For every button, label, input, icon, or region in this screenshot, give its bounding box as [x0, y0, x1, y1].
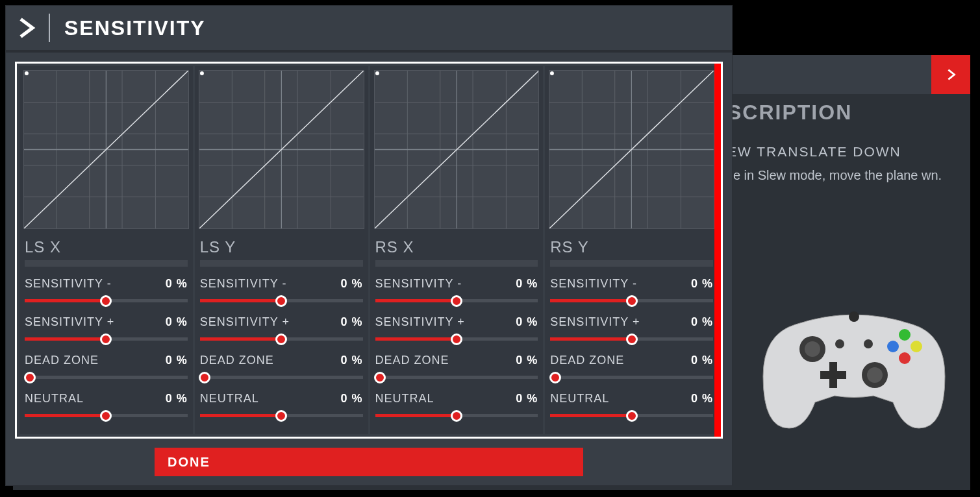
slider-value: 0 %: [691, 354, 713, 367]
slider-value: 0 %: [166, 354, 188, 367]
axis-label: LS Y: [200, 238, 363, 256]
slider-label: DEAD ZONE: [550, 354, 624, 367]
slider-value: 0 %: [166, 315, 188, 329]
slider-label: NEUTRAL: [550, 392, 609, 406]
slider-value: 0 %: [166, 392, 188, 406]
chevron-right-icon: [944, 67, 958, 82]
slider-value: 0 %: [340, 354, 362, 367]
neutral-slider[interactable]: [550, 409, 713, 422]
svg-point-0: [849, 311, 859, 322]
svg-point-24: [25, 71, 29, 75]
sensitivity-minus-slider[interactable]: [375, 295, 538, 308]
slider-label: SENSITIVITY -: [200, 277, 287, 291]
axis-card-lsy: LS Y SENSITIVITY -0 % SENSITIVITY +0 % D…: [195, 66, 368, 434]
slider-label: DEAD ZONE: [200, 354, 274, 367]
axis-cards-container: LS X SENSITIVITY -0 % SENSITIVITY +0 % D…: [15, 62, 723, 439]
slider-value: 0 %: [516, 392, 538, 406]
axis-position-bar: [25, 260, 188, 267]
svg-point-4: [867, 367, 883, 383]
slider-label: SENSITIVITY +: [550, 315, 640, 329]
deadzone-slider[interactable]: [200, 371, 363, 384]
axis-card-lsx: LS X SENSITIVITY -0 % SENSITIVITY +0 % D…: [19, 66, 193, 434]
slider-value: 0 %: [516, 277, 538, 291]
slider-value: 0 %: [340, 277, 362, 291]
slider-label: NEUTRAL: [200, 392, 259, 406]
response-curve-graph: [199, 70, 364, 229]
sensitivity-plus-slider[interactable]: [200, 333, 363, 346]
svg-point-48: [375, 71, 379, 75]
description-body: ile in Slew mode, move the plane wn.: [727, 166, 964, 184]
response-curve-graph: [23, 70, 189, 229]
axis-card-rsx: RS X SENSITIVITY -0 % SENSITIVITY +0 % D…: [370, 66, 544, 434]
modal-title: SENSITIVITY: [64, 16, 206, 40]
slider-label: SENSITIVITY -: [550, 277, 637, 291]
slider-value: 0 %: [340, 315, 362, 329]
sensitivity-modal: SENSITIVITY LS X SENSITIVITY -0 % SENSIT…: [5, 5, 733, 486]
done-button-label: DONE: [168, 455, 210, 470]
sensitivity-plus-slider[interactable]: [25, 333, 188, 346]
svg-point-60: [550, 71, 554, 75]
svg-point-9: [887, 341, 899, 352]
slider-label: DEAD ZONE: [375, 354, 449, 367]
sensitivity-plus-slider[interactable]: [375, 333, 538, 346]
svg-point-11: [835, 339, 844, 348]
slider-label: SENSITIVITY +: [25, 315, 114, 329]
svg-point-12: [864, 339, 873, 348]
description-panel: SCRIPTION EW TRANSLATE DOWN ile in Slew …: [727, 101, 964, 184]
header-separator: [49, 14, 50, 42]
response-curve-graph: [374, 70, 540, 229]
neutral-slider[interactable]: [200, 409, 363, 422]
axis-label: RS Y: [550, 238, 713, 256]
slider-label: SENSITIVITY -: [25, 277, 112, 291]
sensitivity-plus-slider[interactable]: [550, 333, 713, 346]
neutral-slider[interactable]: [375, 409, 538, 422]
slider-label: NEUTRAL: [25, 392, 84, 406]
svg-point-8: [911, 341, 922, 352]
neutral-slider[interactable]: [25, 409, 188, 422]
slider-value: 0 %: [340, 392, 362, 406]
response-curve-graph: [549, 70, 714, 229]
chevron-right-icon: [15, 16, 38, 40]
description-heading: SCRIPTION: [727, 101, 964, 125]
sensitivity-minus-slider[interactable]: [550, 295, 713, 308]
axis-position-bar: [375, 260, 538, 267]
deadzone-slider[interactable]: [25, 371, 188, 384]
slider-value: 0 %: [691, 315, 713, 329]
modal-header: SENSITIVITY: [6, 6, 732, 53]
axis-card-rsy: RS Y SENSITIVITY -0 % SENSITIVITY +0 % D…: [545, 66, 718, 434]
axis-label: RS X: [375, 238, 538, 256]
sensitivity-minus-slider[interactable]: [25, 295, 188, 308]
slider-label: NEUTRAL: [375, 392, 434, 406]
axis-label: LS X: [25, 238, 188, 256]
svg-rect-6: [820, 371, 846, 379]
slider-label: SENSITIVITY +: [375, 315, 465, 329]
svg-point-36: [200, 71, 204, 75]
sensitivity-minus-slider[interactable]: [200, 295, 363, 308]
svg-point-10: [899, 329, 911, 341]
svg-point-7: [899, 352, 911, 364]
slider-label: DEAD ZONE: [25, 354, 99, 367]
slider-value: 0 %: [691, 277, 713, 291]
deadzone-slider[interactable]: [550, 371, 713, 384]
slider-value: 0 %: [166, 277, 188, 291]
slider-value: 0 %: [516, 354, 538, 367]
axis-position-bar: [550, 260, 713, 267]
slider-label: SENSITIVITY +: [200, 315, 290, 329]
axis-position-bar: [200, 260, 363, 267]
slider-label: SENSITIVITY -: [375, 277, 462, 291]
deadzone-slider[interactable]: [375, 371, 538, 384]
slider-value: 0 %: [516, 315, 538, 329]
done-button[interactable]: DONE: [155, 448, 583, 476]
svg-point-2: [805, 341, 820, 357]
next-tab-button[interactable]: [931, 55, 970, 94]
description-title: EW TRANSLATE DOWN: [727, 144, 964, 160]
slider-value: 0 %: [691, 392, 713, 406]
controller-image: [757, 298, 951, 435]
